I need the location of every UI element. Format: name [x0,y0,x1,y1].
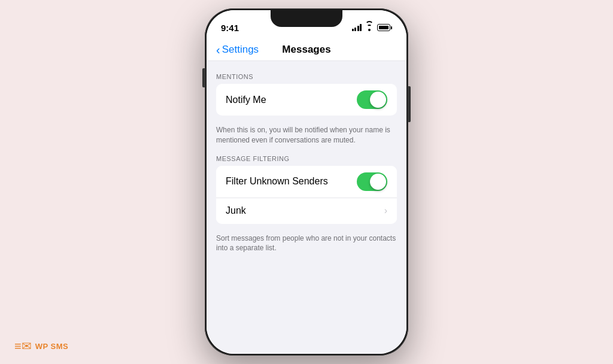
nav-bar: ‹ Settings Messages [207,39,406,61]
junk-label: Junk [226,205,246,216]
message-filtering-description: Sort messages from people who are not in… [207,229,406,263]
settings-content: MENTIONS Notify Me When this is on, you … [207,61,406,354]
filter-unknown-senders-row: Filter Unknown Senders [216,166,397,198]
notify-me-row: Notify Me [216,84,397,116]
filter-unknown-senders-label: Filter Unknown Senders [226,176,328,187]
wpsms-icon: ≡✉ [14,339,32,353]
back-label: Settings [222,44,259,56]
page-wrapper: 9:41 [0,0,613,364]
phone-screen: 9:41 [207,10,406,354]
mentions-group: Notify Me [216,84,397,116]
notify-me-toggle[interactable] [357,90,387,109]
message-filtering-group: Filter Unknown Senders Junk › [216,166,397,224]
message-filtering-section-label: MESSAGE FILTERING [207,155,406,166]
status-time: 9:41 [221,23,239,33]
phone-shell: 9:41 [205,8,408,356]
page-title: Messages [262,44,352,56]
wifi-icon [365,24,374,31]
mentions-section-label: MENTIONS [207,73,406,84]
phone-notch [271,10,342,27]
notify-me-label: Notify Me [226,95,266,105]
battery-icon [377,24,392,31]
wpsms-text: WP SMS [35,342,69,351]
status-icons [352,24,393,31]
signal-icon [352,24,362,31]
back-chevron-icon: ‹ [216,44,220,56]
back-button[interactable]: ‹ Settings [216,44,262,56]
filter-unknown-senders-toggle[interactable] [357,172,387,191]
junk-row[interactable]: Junk › [216,198,397,224]
mentions-description: When this is on, you will be notified wh… [207,120,406,155]
junk-chevron-icon: › [384,205,387,216]
wpsms-branding: ≡✉ WP SMS [14,339,68,353]
